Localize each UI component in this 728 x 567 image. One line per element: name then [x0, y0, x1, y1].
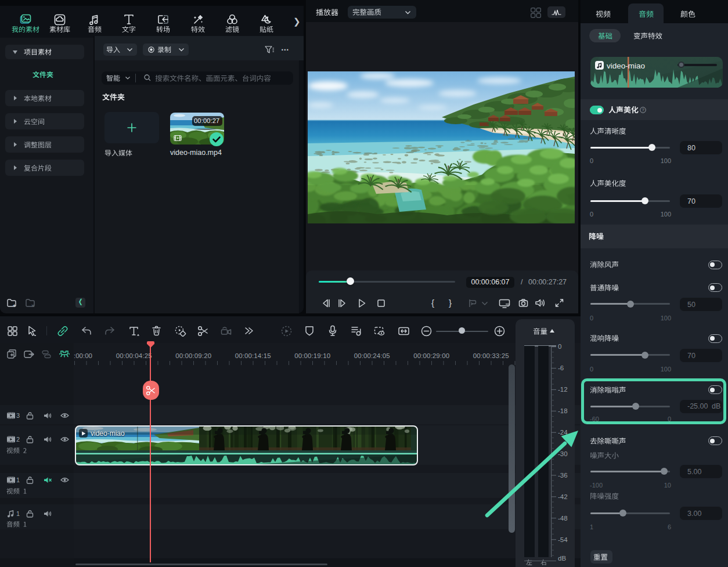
svg-text:?: ?	[641, 107, 644, 113]
